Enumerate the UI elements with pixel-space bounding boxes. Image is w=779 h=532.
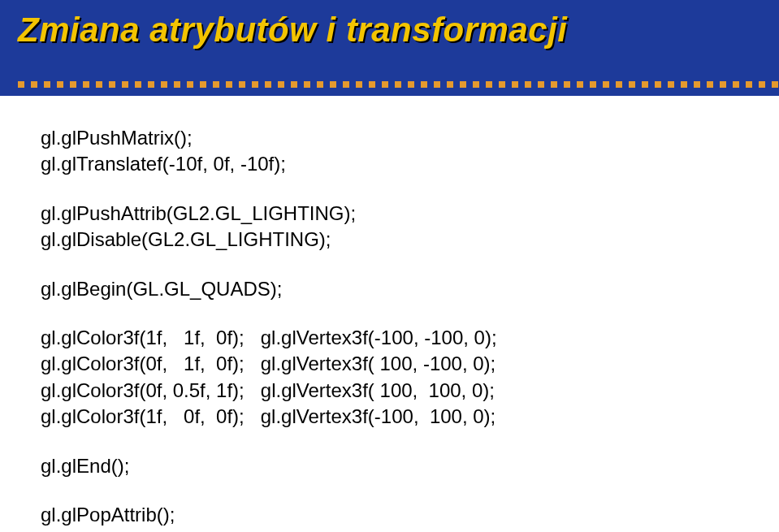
code-line: gl.glTranslatef(-10f, 0f, -10f);: [41, 151, 738, 177]
code-block-verts: gl.glColor3f(1f, 1f, 0f); gl.glVertex3f(…: [41, 325, 738, 430]
slide-header: Zmiana atrybutów i transformacji Zmiana …: [0, 0, 779, 96]
code-line: gl.glColor3f(1f, 0f, 0f); gl.glVertex3f(…: [41, 404, 738, 430]
code-block-end: gl.glEnd();: [41, 453, 738, 479]
code-line: gl.glEnd();: [41, 453, 738, 479]
slide-title: Zmiana atrybutów i transformacji Zmiana …: [18, 11, 761, 49]
code-line: gl.glPopAttrib();: [41, 502, 738, 528]
code-line: gl.glPopMatrix();: [41, 528, 738, 532]
code-line: gl.glColor3f(1f, 1f, 0f); gl.glVertex3f(…: [41, 325, 738, 351]
code-line: gl.glDisable(GL2.GL_LIGHTING);: [41, 227, 738, 253]
code-line: gl.glBegin(GL.GL_QUADS);: [41, 276, 738, 302]
code-block-attrib: gl.glPushAttrib(GL2.GL_LIGHTING); gl.glD…: [41, 201, 738, 253]
code-block-begin: gl.glBegin(GL.GL_QUADS);: [41, 276, 738, 302]
code-line: gl.glColor3f(0f, 1f, 0f); gl.glVertex3f(…: [41, 351, 738, 377]
title-front: Zmiana atrybutów i transformacji: [18, 11, 567, 49]
slide-content: gl.glPushMatrix(); gl.glTranslatef(-10f,…: [0, 96, 779, 532]
code-block-push: gl.glPushMatrix(); gl.glTranslatef(-10f,…: [41, 125, 738, 178]
code-line: gl.glPushMatrix();: [41, 125, 738, 151]
code-line: gl.glPushAttrib(GL2.GL_LIGHTING);: [41, 201, 738, 227]
code-block-pop: gl.glPopAttrib(); gl.glPopMatrix();: [41, 502, 738, 532]
code-line: gl.glColor3f(0f, 0.5f, 1f); gl.glVertex3…: [41, 378, 738, 404]
divider-dots: [18, 81, 779, 88]
